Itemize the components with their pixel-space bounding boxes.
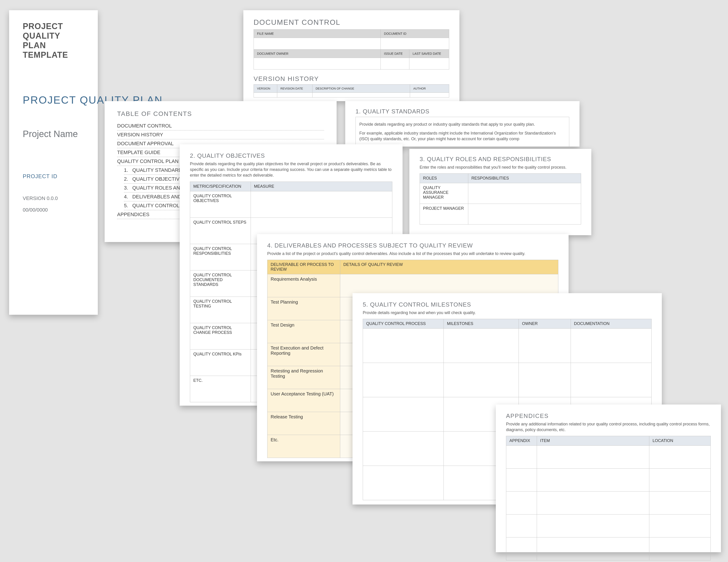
appendices-heading: APPENDICES [506, 412, 711, 419]
table-row: QUALITY CONTROL OBJECTIVES [190, 191, 392, 218]
standards-heading: 1. QUALITY STANDARDS [355, 108, 569, 115]
table-row [254, 58, 449, 70]
th-process: QUALITY CONTROL PROCESS [363, 319, 444, 328]
th-saved: LAST SAVED DATE [409, 50, 449, 58]
th-filename: FILE NAME [254, 30, 381, 38]
th-deliv: DELIVERABLE OR PROCESS TO REVIEW [267, 260, 340, 274]
table-row [506, 537, 711, 560]
table-row [254, 38, 449, 50]
th-issue: ISSUE DATE [381, 50, 409, 58]
cover-title1: PROJECT QUALITY [23, 22, 84, 41]
th-docid: DOCUMENT ID [381, 30, 449, 38]
cover-main-title: PROJECT QUALITY PLAN [23, 94, 84, 106]
cover-project-name: Project Name [23, 129, 84, 139]
table-row: QUALITY ASSURANCE MANAGER [420, 183, 581, 204]
th-docum: DOCUMENTATION [571, 319, 651, 328]
roles-heading: 3. QUALITY ROLES AND RESPONSIBILITIES [420, 156, 581, 163]
deliverables-heading: 4. DELIVERABLES AND PROCESSES SUBJECT TO… [267, 242, 558, 249]
standards-body1: Provide details regarding any product or… [359, 122, 565, 127]
th-owner: DOCUMENT OWNER [254, 50, 381, 58]
milestones-body: Provide details regarding how and when y… [363, 310, 652, 316]
table-row [506, 469, 711, 492]
toc-item: VERSION HISTORY [117, 131, 324, 139]
doc-control-table: FILE NAMEDOCUMENT ID DOCUMENT OWNERISSUE… [254, 29, 449, 70]
table-row [363, 363, 652, 397]
appendices-page: APPENDICES Provide any additional inform… [496, 404, 721, 552]
roles-page: 3. QUALITY ROLES AND RESPONSIBILITIES En… [409, 149, 591, 235]
th-location: LOCATION [649, 436, 711, 446]
objectives-body: Provide details regarding the quality pl… [190, 161, 392, 179]
th-appendix: APPENDIX [506, 436, 537, 446]
th-version: VERSION [254, 85, 277, 93]
th-metric: METRIC/SPECIFICATION [190, 182, 251, 191]
th-resp: RESPONSIBILITIES [468, 174, 581, 183]
cover-date: 00/00/0000 [23, 207, 84, 213]
roles-table: ROLESRESPONSIBILITIES QUALITY ASSURANCE … [420, 173, 581, 225]
objectives-heading: 2. QUALITY OBJECTIVES [190, 152, 392, 159]
toc-heading: TABLE OF CONTENTS [117, 110, 324, 118]
th-roles: ROLES [420, 174, 468, 183]
th-measure: MEASURE [251, 182, 392, 191]
th-item: ITEM [537, 436, 649, 446]
version-history-table: VERSION REVISION DATE DESCRIPTION OF CHA… [254, 84, 449, 98]
th-author: AUTHOR [410, 85, 449, 93]
appendices-body: Provide any additional information relat… [506, 421, 711, 433]
th-desc: DESCRIPTION OF CHANGE [312, 85, 410, 93]
cover-project-id: PROJECT ID [23, 173, 84, 180]
standards-body2: For example, applicable industry standar… [359, 131, 565, 142]
table-row: PROJECT MANAGER [420, 204, 581, 225]
deliverables-body: Provide a list of the project or product… [267, 251, 558, 257]
table-row [506, 492, 711, 514]
th-miles: MILESTONES [444, 319, 519, 328]
table-row [363, 328, 652, 363]
appendices-table: APPENDIX ITEM LOCATION [506, 436, 711, 560]
cover-title2: PLAN TEMPLATE [23, 41, 84, 60]
th-revdate: REVISION DATE [277, 85, 312, 93]
cover-version: VERSION 0.0.0 [23, 196, 84, 201]
table-row [506, 446, 711, 469]
table-row [506, 514, 711, 537]
table-row [254, 93, 449, 98]
doc-control-page: DOCUMENT CONTROL FILE NAMEDOCUMENT ID DO… [243, 10, 459, 101]
cover-page: PROJECT QUALITY PLAN TEMPLATE PROJECT QU… [9, 10, 98, 315]
version-history-heading: VERSION HISTORY [254, 75, 449, 83]
roles-body: Enter the roles and responsibilities tha… [420, 165, 581, 170]
th-details: DETAILS OF QUALITY REVIEW [340, 260, 558, 274]
doc-control-heading: DOCUMENT CONTROL [254, 18, 449, 27]
toc-item: DOCUMENT CONTROL [117, 122, 324, 131]
standards-page: 1. QUALITY STANDARDS Provide details reg… [345, 101, 579, 147]
milestones-heading: 5. QUALITY CONTROL MILESTONES [363, 301, 652, 308]
th-owner: OWNER [519, 319, 571, 328]
